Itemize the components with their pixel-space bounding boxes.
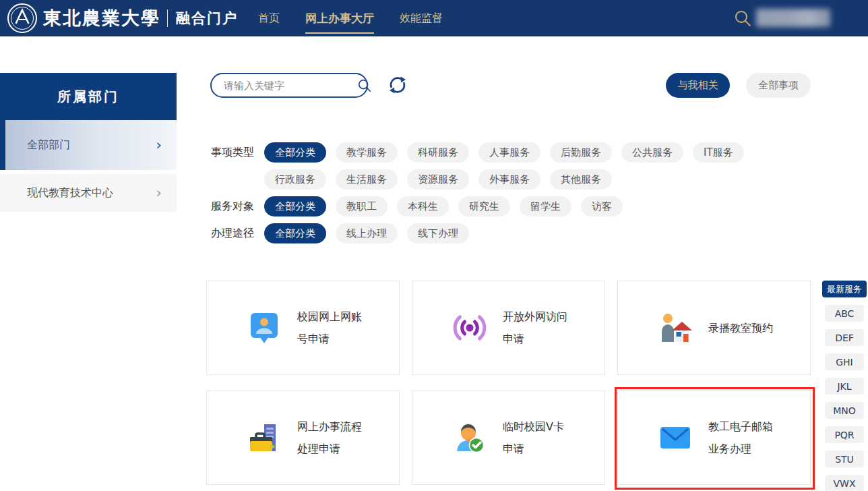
card-title: 网上办事流程处理申请 [297, 415, 362, 460]
index-group-stu[interactable]: STU [825, 451, 864, 467]
filter-pill[interactable]: 教学服务 [336, 142, 398, 163]
envelope-icon [658, 421, 692, 455]
filter-pill[interactable]: 其他服务 [550, 169, 612, 190]
alphabet-index-rail: 最新服务 ABC DEF GHI JKL MNO PQR STU VWX [821, 281, 868, 491]
card-title: 校园网上网账号申请 [297, 306, 362, 350]
card-title: 教工电子邮箱业务办理 [708, 415, 773, 460]
chevron-right-icon: › [156, 185, 162, 200]
index-group-def[interactable]: DEF [825, 329, 864, 346]
index-group-vwx[interactable]: VWX [825, 475, 864, 491]
search-input[interactable] [212, 80, 357, 92]
card-campus-network-account[interactable]: 校园网上网账号申请 [206, 281, 400, 375]
nav-tab-service-hall[interactable]: 网上办事大厅 [305, 0, 374, 36]
sidebar-item-label: 全部部门 [27, 138, 70, 152]
search-icon[interactable] [733, 9, 752, 28]
card-online-process-application[interactable]: 网上办事流程处理申请 [206, 391, 400, 485]
username-redacted[interactable] [756, 9, 830, 27]
filter-pill[interactable]: 研究生 [458, 196, 510, 216]
index-group-jkl[interactable]: JKL [825, 378, 864, 395]
filter-pills: 全部分类 教学服务 科研服务 人事服务 后勤服务 公共服务 IT服务 行政服务 … [264, 142, 770, 190]
filter-label: 服务对象 [211, 196, 264, 216]
filter-pill[interactable]: 访客 [581, 196, 623, 216]
filter-pill[interactable]: 留学生 [520, 196, 571, 216]
toolbox-server-icon [247, 421, 281, 455]
filter-pill[interactable]: 公共服务 [621, 142, 683, 163]
filter-row-item-type: 事项类型 全部分类 教学服务 科研服务 人事服务 后勤服务 公共服务 IT服务 … [211, 142, 817, 190]
filter-label: 办理途径 [211, 223, 264, 243]
filter-pill[interactable]: 本科生 [397, 196, 449, 216]
nav-tab-home[interactable]: 首页 [258, 0, 280, 36]
filter-pill[interactable]: 全部分类 [264, 196, 326, 216]
filter-pills: 全部分类 线上办理 线下办理 [264, 223, 770, 243]
filter-row-processing-channel: 办理途径 全部分类 线上办理 线下办理 [211, 223, 817, 243]
filter-pill[interactable]: 资源服务 [407, 169, 469, 190]
filter-pills: 全部分类 教职工 本科生 研究生 留学生 访客 [264, 196, 770, 216]
search-icon[interactable] [357, 78, 372, 93]
card-temporary-campus-vcard[interactable]: 临时校园V卡申请 [412, 391, 605, 485]
index-latest-services[interactable]: 最新服务 [822, 281, 867, 297]
card-external-network-access[interactable]: 开放外网访问申请 [412, 281, 605, 375]
index-group-pqr[interactable]: PQR [825, 426, 864, 443]
filter-pill[interactable]: 后勤服务 [550, 142, 612, 163]
card-staff-email-service[interactable]: 教工电子邮箱业务办理 [617, 391, 811, 485]
filter-row-service-target: 服务对象 全部分类 教职工 本科生 研究生 留学生 访客 [211, 196, 817, 216]
university-seal-icon [7, 3, 38, 34]
card-recording-classroom-reservation[interactable]: 录播教室预约 [617, 281, 811, 375]
service-cards: 校园网上网账号申请 开放外网访问申请 [206, 281, 811, 485]
all-items-button[interactable]: 全部事项 [746, 73, 811, 98]
filters: 事项类型 全部分类 教学服务 科研服务 人事服务 后勤服务 公共服务 IT服务 … [211, 142, 817, 250]
nav-tab-supervision[interactable]: 效能监督 [400, 0, 443, 36]
chevron-right-icon: › [156, 138, 162, 152]
index-group-ghi[interactable]: GHI [825, 353, 864, 370]
page: 東北農業大學 融合门户 首页 网上办事大厅 效能监督 所属部门 全部部门 › 现… [0, 0, 868, 491]
avatar-check-icon [453, 421, 487, 455]
brand: 東北農業大學 融合门户 [7, 0, 238, 36]
index-group-mno[interactable]: MNO [825, 402, 864, 419]
portal-name: 融合门户 [176, 9, 238, 28]
university-name: 東北農業大學 [43, 6, 160, 30]
department-sidebar: 所属部门 全部部门 › 现代教育技术中心 › [0, 73, 177, 212]
refresh-icon[interactable] [387, 74, 408, 96]
filter-pill[interactable]: 生活服务 [336, 169, 398, 190]
sidebar-item-all-departments[interactable]: 全部部门 › [0, 120, 177, 170]
filter-pill[interactable]: 行政服务 [264, 169, 326, 190]
filter-pill[interactable]: IT服务 [693, 142, 744, 163]
index-group-abc[interactable]: ABC [825, 305, 864, 322]
sidebar-title: 所属部门 [0, 73, 177, 120]
sidebar-item-modern-education-center[interactable]: 现代教育技术中心 › [0, 174, 177, 212]
card-title: 临时校园V卡申请 [503, 415, 564, 460]
filter-pill[interactable]: 外事服务 [478, 169, 540, 190]
filter-pill[interactable]: 全部分类 [264, 223, 326, 243]
filter-pill[interactable]: 线上办理 [336, 223, 398, 243]
brand-divider [167, 9, 168, 27]
filter-pill[interactable]: 人事服务 [478, 142, 540, 163]
card-title: 开放外网访问申请 [503, 306, 567, 350]
signal-icon [453, 311, 487, 345]
filter-pill[interactable]: 全部分类 [264, 142, 326, 163]
filter-pill[interactable]: 教职工 [336, 196, 388, 216]
card-title: 录播教室预约 [708, 317, 773, 339]
person-house-icon [658, 311, 692, 345]
filter-pill[interactable]: 线下办理 [407, 223, 469, 243]
related-to-me-button[interactable]: 与我相关 [666, 73, 730, 98]
keyword-search [210, 73, 368, 98]
filter-label: 事项类型 [211, 142, 264, 190]
user-bubble-icon [247, 311, 281, 345]
sidebar-item-label: 现代教育技术中心 [27, 186, 113, 200]
top-header: 東北農業大學 融合门户 首页 网上办事大厅 效能监督 [0, 0, 868, 36]
filter-pill[interactable]: 科研服务 [407, 142, 469, 163]
main-nav: 首页 网上办事大厅 效能监督 [258, 0, 443, 36]
